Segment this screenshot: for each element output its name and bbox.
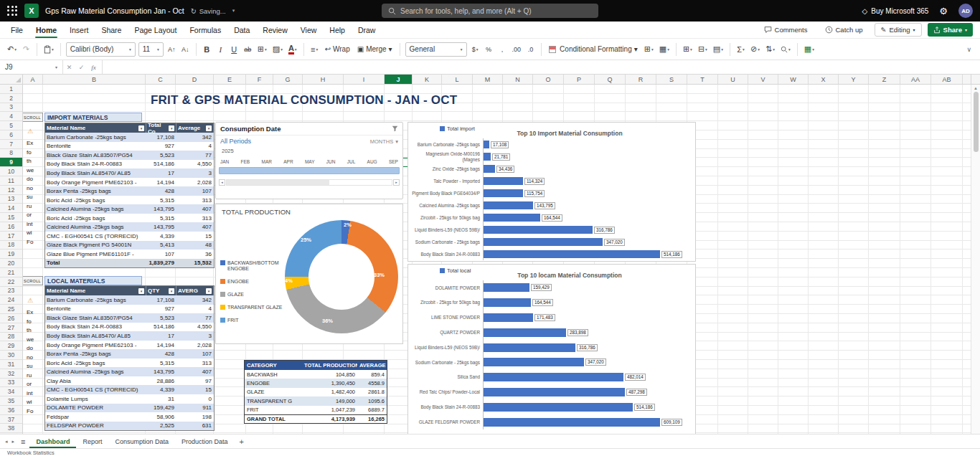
row-header-34[interactable]: 34 — [0, 387, 22, 396]
row-header-26[interactable]: 26 — [0, 314, 22, 323]
column-header-K[interactable]: K — [413, 75, 442, 84]
sheet-nav-right-icon[interactable]: ▸ — [10, 439, 17, 445]
top10-local-chart[interactable]: Total local Top 10 locam Material Consum… — [407, 264, 696, 434]
app-launcher-icon[interactable] — [7, 6, 18, 16]
select-all-corner[interactable] — [0, 75, 23, 84]
menu-insert[interactable]: Insert — [63, 22, 95, 38]
row-header-2[interactable]: 2 — [0, 94, 22, 103]
row-header-18[interactable]: 18 — [0, 241, 22, 250]
font-family-select[interactable]: Calibri (Body)▾ — [66, 42, 136, 57]
decrease-font-size-button[interactable]: A↓ — [180, 42, 191, 57]
search-input[interactable] — [400, 7, 592, 15]
wrap-text-button[interactable]: ↩Wrap — [323, 42, 352, 57]
menu-data[interactable]: Data — [227, 22, 256, 38]
row-header-36[interactable]: 36 — [0, 406, 22, 415]
editing-mode-button[interactable]: ✎ Editing▾ — [875, 23, 922, 37]
redo-button[interactable]: ↷ — [21, 42, 32, 57]
slicer-month-jun[interactable]: JUN — [326, 159, 336, 164]
row-header-11[interactable]: 11 — [0, 176, 22, 186]
excel-logo-icon[interactable]: X — [24, 4, 39, 18]
row-header-5[interactable]: 5 — [0, 121, 22, 130]
scroll-up-icon[interactable]: ▲ — [974, 86, 978, 90]
column-header-AB[interactable]: AB — [931, 75, 963, 84]
column-header-V[interactable]: V — [748, 75, 778, 84]
local-materials-table[interactable]: Material Name▾QTY▾AVERG▾Barium Carbonate… — [44, 285, 215, 431]
filter-dropdown-icon[interactable]: ▾ — [138, 288, 144, 294]
column-header-P[interactable]: P — [564, 75, 595, 84]
slicer-scroll-left-icon[interactable]: ◂ — [219, 179, 225, 186]
add-sheet-button[interactable]: + — [235, 437, 249, 446]
row-header-9[interactable]: 9 — [0, 158, 22, 167]
column-header-F[interactable]: F — [246, 75, 273, 84]
borders-button[interactable]: ⊞▾ — [256, 42, 268, 57]
font-color-button[interactable]: A▾ — [287, 42, 298, 57]
column-header-B[interactable]: B — [43, 75, 146, 84]
column-header-W[interactable]: W — [778, 75, 809, 84]
workbook-statistics[interactable]: Workbook Statistics — [7, 450, 55, 456]
title-chevron-icon[interactable]: ▾ — [232, 8, 235, 14]
menu-review[interactable]: Review — [256, 22, 293, 38]
cancel-entry-button[interactable]: ✕ — [63, 64, 75, 71]
comments-button[interactable]: Comments — [758, 23, 814, 37]
menu-help[interactable]: Help — [323, 22, 352, 38]
row-header-8[interactable]: 8 — [0, 149, 22, 158]
menu-view[interactable]: View — [294, 22, 324, 38]
undo-button[interactable]: ↶▾ — [6, 42, 18, 57]
share-button[interactable]: Share▾ — [928, 23, 973, 37]
italic-button[interactable]: I — [215, 42, 226, 57]
slicer-scroll-right-icon[interactable]: ▸ — [393, 179, 400, 186]
document-title[interactable]: Gps Raw Material Consumption Jan - Oct — [45, 6, 184, 15]
sheet-tab-consumption-data[interactable]: Consumption Data — [108, 434, 175, 448]
column-header-H[interactable]: H — [303, 75, 344, 84]
category-totals-table[interactable]: CATEGORYTOTAL PRODUCTIONAVERAGE BACKWASH… — [244, 360, 387, 424]
top10-import-chart[interactable]: Total import Top 10 Import Material Cons… — [407, 122, 696, 262]
slicer-month-mar[interactable]: MAR — [262, 159, 272, 164]
analyze-data-button[interactable]: ▦▾ — [803, 42, 816, 57]
row-header-30[interactable]: 30 — [0, 351, 22, 360]
import-materials-table[interactable]: Material Name▾Total Co▾Average▾Barium Ca… — [44, 123, 215, 268]
column-header-C[interactable]: C — [146, 75, 176, 84]
slicer-month-may[interactable]: MAY — [305, 159, 315, 164]
scrollbar-thumb[interactable] — [974, 92, 979, 152]
decrease-decimal-button[interactable]: .0 — [525, 42, 536, 57]
menu-share[interactable]: Share — [95, 22, 128, 38]
slicer-month-jul[interactable]: JUL — [347, 159, 356, 164]
vertical-scrollbar[interactable]: ▲ — [971, 85, 980, 434]
increase-decimal-button[interactable]: .00 — [511, 42, 523, 57]
format-as-table-button[interactable]: ⊞▾ — [643, 42, 655, 57]
row-header-23[interactable]: 23 — [0, 287, 22, 296]
sheet-tab-production-data[interactable]: Production Data — [175, 434, 235, 448]
slicer-scrollbar[interactable]: ◂ ▸ — [219, 179, 400, 186]
column-header-S[interactable]: S — [656, 75, 687, 84]
column-header-U[interactable]: U — [718, 75, 748, 84]
row-header-4[interactable]: 4 — [0, 112, 22, 121]
conditional-formatting-button[interactable]: Conditional Formatting▾ — [547, 42, 640, 57]
buy-microsoft-365-link[interactable]: ◇Buy Microsoft 365 — [862, 7, 929, 15]
column-header-O[interactable]: O — [533, 75, 564, 84]
clear-button[interactable]: ⊘▾ — [749, 42, 761, 57]
formula-input[interactable] — [102, 60, 980, 74]
menu-page-layout[interactable]: Page Layout — [128, 22, 183, 38]
settings-gear-icon[interactable]: ⚙ — [939, 6, 948, 16]
row-header-35[interactable]: 35 — [0, 396, 22, 406]
format-button[interactable]: ▤▾ — [712, 42, 725, 57]
column-header-Q[interactable]: Q — [595, 75, 626, 84]
column-header-Y[interactable]: Y — [839, 75, 869, 84]
filter-dropdown-icon[interactable]: ▾ — [206, 288, 212, 294]
bold-button[interactable]: B — [202, 42, 212, 57]
collapse-ribbon-button[interactable]: ∨ — [966, 46, 974, 53]
column-header-T[interactable]: T — [687, 75, 718, 84]
paste-button[interactable]: ▾ — [42, 42, 55, 57]
total-production-chart[interactable]: TOTAL PRODUCTION BACKWASH/BOTTOM ENGOBEE… — [215, 204, 403, 344]
row-header-6[interactable]: 6 — [0, 130, 22, 140]
find-button[interactable]: ▾ — [779, 42, 792, 57]
column-header-Z[interactable]: Z — [869, 75, 900, 84]
fill-color-button[interactable]: ▨▾ — [271, 42, 284, 57]
filter-funnel-icon[interactable] — [392, 125, 398, 132]
row-header-10[interactable]: 10 — [0, 167, 22, 176]
font-size-select[interactable]: 11▾ — [138, 42, 164, 57]
slicer-scroll-thumb[interactable] — [227, 180, 329, 185]
insert-function-button[interactable]: fx — [88, 64, 100, 71]
autosum-button[interactable]: Σ▾ — [735, 42, 746, 57]
row-header-22[interactable]: 22 — [0, 277, 22, 287]
